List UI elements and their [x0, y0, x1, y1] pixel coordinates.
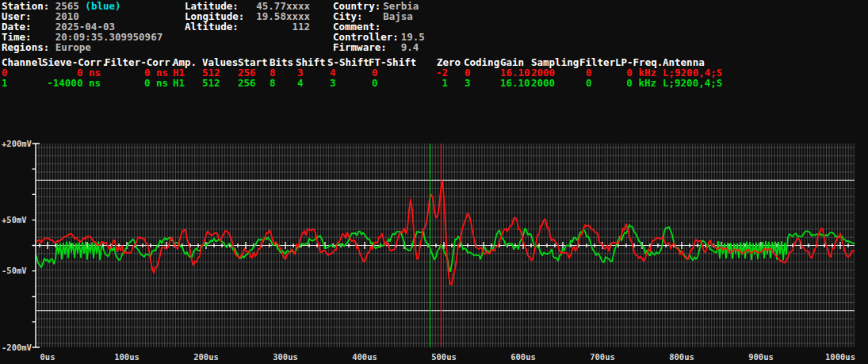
y-tick-label: -50mV	[2, 266, 27, 275]
x-tick-label: 300us	[273, 352, 298, 362]
y-tick-label: +200mV	[2, 139, 33, 148]
x-tick-label: 200us	[193, 352, 219, 362]
x-tick-label: 900us	[748, 352, 774, 362]
signal-monitor-screen: Station:2565 (blue)User:2010Date:2025-04…	[0, 0, 868, 364]
x-tick-label: 1000us	[825, 352, 855, 362]
x-tick-label: 500us	[431, 352, 457, 362]
x-tick-label: 0us	[40, 352, 55, 362]
y-tick-label: -200mV	[2, 343, 33, 352]
x-tick-label: 700us	[590, 352, 615, 362]
signal-chart: +200mV+50mV-50mV-200mV0us100us200us300us…	[0, 0, 868, 364]
x-tick-label: 800us	[669, 352, 694, 362]
x-tick-label: 100us	[114, 352, 140, 362]
x-tick-label: 600us	[510, 352, 536, 362]
x-tick-label: 400us	[352, 352, 377, 362]
y-tick-label: +50mV	[2, 215, 27, 224]
